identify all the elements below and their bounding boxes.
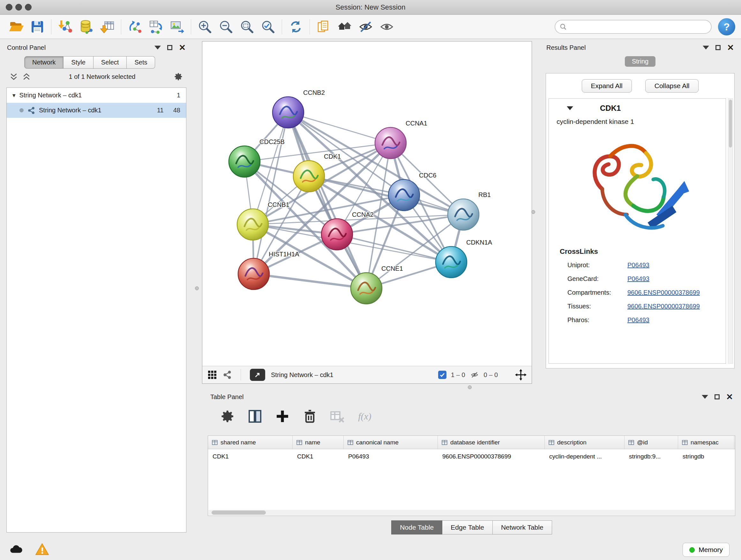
expand-all-button[interactable]: Expand All [582, 79, 632, 92]
column-header-description[interactable]: description [545, 436, 624, 449]
zoom-fit-button[interactable] [237, 17, 258, 37]
collapse-all-button[interactable]: Collapse All [645, 79, 699, 92]
network-node-rb1[interactable] [448, 199, 479, 230]
table-scrollbar-thumb[interactable] [212, 510, 266, 515]
memory-button[interactable]: Memory [683, 543, 730, 557]
delete-table-button[interactable] [329, 408, 346, 425]
tab-edge-table[interactable]: Edge Table [442, 520, 493, 535]
panel-close-icon[interactable]: ✕ [179, 44, 186, 52]
panel-float-icon[interactable] [715, 394, 720, 399]
save-session-button[interactable] [27, 17, 48, 37]
network-node-cdc6[interactable] [388, 179, 420, 211]
new-network-button[interactable] [125, 17, 145, 37]
tab-network[interactable]: Network [24, 56, 64, 69]
detach-view-button[interactable] [250, 369, 265, 381]
selected-checkbox[interactable] [438, 371, 447, 379]
table-cell[interactable]: P06493 [344, 449, 438, 464]
network-canvas[interactable]: CCNB2CCNA1CDC25BCDK1CDC6RB1CCNB1CCNA2CDK… [202, 42, 532, 366]
expand-all-icon[interactable] [22, 72, 30, 81]
table-cell[interactable]: cyclin-dependent ... [545, 449, 624, 464]
network-node-cdc25b[interactable] [229, 146, 260, 177]
network-edge[interactable] [254, 274, 366, 288]
table-row[interactable]: CDK1CDK1P064939606.ENSP00000378699cyclin… [208, 449, 735, 464]
entry-collapse-toggle[interactable] [567, 106, 573, 110]
panel-menu-icon[interactable] [154, 46, 161, 50]
table-cell[interactable]: CDK1 [208, 449, 293, 464]
gear-icon[interactable] [174, 72, 183, 81]
panel-close-icon[interactable]: ✕ [726, 393, 733, 401]
tab-sets[interactable]: Sets [127, 56, 155, 69]
network-node-cdkn1a[interactable] [435, 246, 467, 278]
crosslink-value-link[interactable]: 9606.ENSP00000378699 [627, 289, 700, 296]
tab-node-table[interactable]: Node Table [391, 520, 442, 535]
network-edge[interactable] [288, 112, 366, 288]
network-edge[interactable] [254, 112, 288, 274]
documents-button[interactable] [313, 17, 334, 37]
warnings-button[interactable] [35, 543, 49, 557]
panel-menu-icon[interactable] [703, 46, 709, 50]
function-builder-button[interactable]: f(x) [356, 408, 373, 425]
network-row[interactable]: String Network – cdk1 11 48 [7, 103, 186, 118]
string-show-button[interactable] [376, 17, 397, 37]
show-columns-button[interactable] [247, 408, 263, 425]
tab-select[interactable]: Select [93, 56, 127, 69]
string-hide-button[interactable] [355, 17, 376, 37]
import-network-database-button[interactable] [76, 17, 97, 37]
bottom-splitter-handle[interactable] [468, 385, 472, 389]
refresh-layout-button[interactable] [285, 17, 307, 37]
column-header-shared-name[interactable]: shared name [208, 436, 293, 449]
panel-float-icon[interactable] [716, 45, 721, 50]
left-splitter-handle[interactable] [195, 287, 199, 290]
cloud-status-button[interactable] [8, 543, 23, 557]
table-cell[interactable]: stringdb [678, 449, 734, 464]
column-header-canonical-name[interactable]: canonical name [344, 436, 438, 449]
crosslink-value-link[interactable]: 9606.ENSP00000378699 [627, 303, 700, 310]
close-window-button[interactable] [6, 4, 12, 10]
panel-close-icon[interactable]: ✕ [727, 44, 734, 52]
right-splitter-handle[interactable] [531, 210, 535, 214]
tree-expand-icon[interactable]: ▾ [12, 91, 16, 99]
table-cell[interactable]: 9606.ENSP00000378699 [438, 449, 545, 464]
panel-menu-icon[interactable] [702, 395, 708, 399]
tab-style[interactable]: Style [64, 56, 93, 69]
zoom-in-button[interactable] [194, 17, 215, 37]
column-header-@id[interactable]: @id [624, 436, 678, 449]
table-cell[interactable]: CDK1 [293, 449, 344, 464]
pan-move-icon[interactable] [515, 369, 527, 381]
network-node-ccna2[interactable] [321, 219, 353, 250]
zoom-selected-button[interactable] [258, 17, 279, 37]
column-header-database-identifier[interactable]: database identifier [438, 436, 545, 449]
panel-float-icon[interactable] [167, 45, 172, 50]
new-network-from-table-button[interactable] [145, 17, 166, 37]
zoom-out-button[interactable] [215, 17, 237, 37]
open-session-button[interactable] [6, 17, 27, 37]
network-node-ccnb1[interactable] [237, 209, 268, 240]
table-settings-button[interactable] [219, 408, 236, 425]
tab-network-table[interactable]: Network Table [493, 520, 552, 535]
network-node-ccnb2[interactable] [273, 97, 304, 128]
import-table-file-button[interactable] [97, 17, 118, 37]
delete-column-button[interactable] [301, 408, 318, 425]
results-scrollbar-thumb[interactable] [729, 100, 732, 147]
search-input[interactable] [570, 23, 706, 30]
minimize-window-button[interactable] [15, 4, 22, 10]
network-collection-row[interactable]: ▾ String Network – cdk1 1 [7, 88, 186, 103]
column-header-name[interactable]: name [293, 436, 344, 449]
network-node-ccna1[interactable] [375, 127, 406, 159]
network-node-hist1h1a[interactable] [238, 258, 269, 290]
collapse-all-icon[interactable] [10, 72, 18, 81]
string-home-button[interactable] [334, 17, 355, 37]
network-node-ccne1[interactable] [351, 273, 382, 304]
export-image-button[interactable] [166, 17, 188, 37]
help-button[interactable]: ? [718, 18, 735, 36]
network-node-cdk1[interactable] [293, 161, 325, 192]
zoom-window-button[interactable] [25, 4, 31, 10]
results-scrollbar[interactable] [728, 98, 733, 364]
create-column-button[interactable] [274, 408, 291, 425]
crosslink-value-link[interactable]: P06493 [627, 275, 650, 283]
crosslink-value-link[interactable]: P06493 [627, 316, 650, 324]
tab-string[interactable]: String [625, 56, 656, 67]
import-network-file-button[interactable] [55, 17, 76, 37]
search-field[interactable] [555, 20, 712, 34]
crosslink-value-link[interactable]: P06493 [627, 261, 650, 269]
